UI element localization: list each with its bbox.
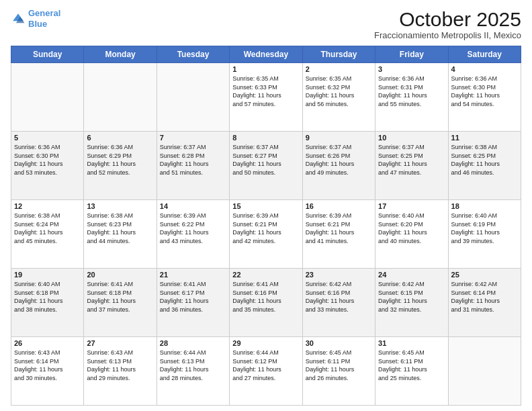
day-number: 24 [378, 271, 445, 279]
calendar-cell: 17Sunrise: 6:40 AM Sunset: 6:20 PM Dayli… [375, 200, 448, 269]
calendar-table: SundayMondayTuesdayWednesdayThursdayFrid… [11, 46, 521, 406]
day-number: 6 [87, 134, 153, 142]
day-info: Sunrise: 6:37 AM Sunset: 6:28 PM Dayligh… [160, 143, 226, 177]
calendar-cell: 28Sunrise: 6:44 AM Sunset: 6:13 PM Dayli… [157, 337, 229, 406]
day-info: Sunrise: 6:44 AM Sunset: 6:12 PM Dayligh… [232, 349, 299, 382]
day-info: Sunrise: 6:40 AM Sunset: 6:20 PM Dayligh… [378, 212, 445, 245]
calendar-cell: 24Sunrise: 6:42 AM Sunset: 6:15 PM Dayli… [375, 269, 448, 337]
calendar-cell: 1Sunrise: 6:35 AM Sunset: 6:33 PM Daylig… [230, 63, 302, 132]
calendar-cell: 9Sunrise: 6:37 AM Sunset: 6:26 PM Daylig… [302, 132, 375, 200]
calendar-cell: 6Sunrise: 6:36 AM Sunset: 6:29 PM Daylig… [84, 132, 157, 200]
calendar-cell: 31Sunrise: 6:45 AM Sunset: 6:11 PM Dayli… [375, 337, 448, 406]
logo-line1: General [28, 8, 60, 18]
day-info: Sunrise: 6:45 AM Sunset: 6:11 PM Dayligh… [378, 349, 445, 382]
day-info: Sunrise: 6:44 AM Sunset: 6:13 PM Dayligh… [160, 349, 226, 382]
day-info: Sunrise: 6:38 AM Sunset: 6:25 PM Dayligh… [451, 143, 518, 177]
calendar-cell [84, 63, 157, 132]
calendar-cell: 4Sunrise: 6:36 AM Sunset: 6:30 PM Daylig… [448, 63, 521, 132]
day-number: 18 [451, 202, 518, 210]
calendar-cell: 27Sunrise: 6:43 AM Sunset: 6:13 PM Dayli… [84, 337, 157, 406]
day-number: 31 [378, 339, 445, 347]
day-number: 3 [378, 65, 445, 73]
day-info: Sunrise: 6:37 AM Sunset: 6:25 PM Dayligh… [378, 143, 445, 177]
day-info: Sunrise: 6:39 AM Sunset: 6:21 PM Dayligh… [306, 212, 372, 245]
calendar-cell [11, 63, 84, 132]
day-info: Sunrise: 6:36 AM Sunset: 6:31 PM Dayligh… [378, 75, 445, 108]
day-info: Sunrise: 6:42 AM Sunset: 6:16 PM Dayligh… [306, 280, 372, 314]
calendar-cell: 13Sunrise: 6:38 AM Sunset: 6:23 PM Dayli… [84, 200, 157, 269]
day-header-thursday: Thursday [302, 46, 375, 63]
day-info: Sunrise: 6:37 AM Sunset: 6:26 PM Dayligh… [306, 143, 372, 177]
calendar-week-5: 26Sunrise: 6:43 AM Sunset: 6:14 PM Dayli… [11, 337, 521, 406]
day-info: Sunrise: 6:43 AM Sunset: 6:14 PM Dayligh… [14, 349, 81, 382]
day-info: Sunrise: 6:41 AM Sunset: 6:16 PM Dayligh… [232, 280, 299, 314]
calendar-cell: 19Sunrise: 6:40 AM Sunset: 6:18 PM Dayli… [11, 269, 84, 337]
logo-line2: Blue [28, 19, 47, 29]
calendar-cell: 2Sunrise: 6:35 AM Sunset: 6:32 PM Daylig… [302, 63, 375, 132]
day-number: 16 [306, 202, 372, 210]
day-number: 26 [14, 339, 81, 347]
logo-icon [11, 11, 26, 26]
day-number: 15 [232, 202, 299, 210]
calendar-cell [448, 337, 521, 406]
title-block: October 2025 Fraccionamiento Metropolis … [374, 8, 521, 40]
calendar-cell: 25Sunrise: 6:42 AM Sunset: 6:14 PM Dayli… [448, 269, 521, 337]
day-info: Sunrise: 6:43 AM Sunset: 6:13 PM Dayligh… [87, 349, 153, 382]
day-info: Sunrise: 6:42 AM Sunset: 6:15 PM Dayligh… [378, 280, 445, 314]
calendar-header-row: SundayMondayTuesdayWednesdayThursdayFrid… [11, 46, 521, 63]
calendar-cell: 8Sunrise: 6:37 AM Sunset: 6:27 PM Daylig… [230, 132, 302, 200]
day-number: 29 [232, 339, 299, 347]
day-number: 27 [87, 339, 153, 347]
day-info: Sunrise: 6:42 AM Sunset: 6:14 PM Dayligh… [451, 280, 518, 314]
calendar-cell: 3Sunrise: 6:36 AM Sunset: 6:31 PM Daylig… [375, 63, 448, 132]
calendar-cell: 29Sunrise: 6:44 AM Sunset: 6:12 PM Dayli… [230, 337, 302, 406]
day-info: Sunrise: 6:40 AM Sunset: 6:18 PM Dayligh… [14, 280, 81, 314]
day-number: 13 [87, 202, 153, 210]
day-number: 14 [160, 202, 226, 210]
day-number: 25 [451, 271, 518, 279]
calendar-week-4: 19Sunrise: 6:40 AM Sunset: 6:18 PM Dayli… [11, 269, 521, 337]
day-number: 30 [306, 339, 372, 347]
day-number: 20 [87, 271, 153, 279]
calendar-week-3: 12Sunrise: 6:38 AM Sunset: 6:24 PM Dayli… [11, 200, 521, 269]
calendar-cell: 30Sunrise: 6:45 AM Sunset: 6:11 PM Dayli… [302, 337, 375, 406]
day-number: 23 [306, 271, 372, 279]
day-info: Sunrise: 6:35 AM Sunset: 6:33 PM Dayligh… [232, 75, 299, 108]
day-info: Sunrise: 6:36 AM Sunset: 6:30 PM Dayligh… [451, 75, 518, 108]
calendar-cell: 14Sunrise: 6:39 AM Sunset: 6:22 PM Dayli… [157, 200, 229, 269]
calendar-cell: 10Sunrise: 6:37 AM Sunset: 6:25 PM Dayli… [375, 132, 448, 200]
sub-title: Fraccionamiento Metropolis II, Mexico [374, 30, 521, 40]
day-info: Sunrise: 6:36 AM Sunset: 6:29 PM Dayligh… [87, 143, 153, 177]
day-number: 1 [232, 65, 299, 73]
day-number: 28 [160, 339, 226, 347]
calendar-cell: 21Sunrise: 6:41 AM Sunset: 6:17 PM Dayli… [157, 269, 229, 337]
day-number: 17 [378, 202, 445, 210]
calendar-cell: 23Sunrise: 6:42 AM Sunset: 6:16 PM Dayli… [302, 269, 375, 337]
calendar-cell: 5Sunrise: 6:36 AM Sunset: 6:30 PM Daylig… [11, 132, 84, 200]
day-number: 2 [306, 65, 372, 73]
calendar-cell: 15Sunrise: 6:39 AM Sunset: 6:21 PM Dayli… [230, 200, 302, 269]
day-info: Sunrise: 6:41 AM Sunset: 6:18 PM Dayligh… [87, 280, 153, 314]
calendar-week-1: 1Sunrise: 6:35 AM Sunset: 6:33 PM Daylig… [11, 63, 521, 132]
day-number: 11 [451, 134, 518, 142]
day-info: Sunrise: 6:35 AM Sunset: 6:32 PM Dayligh… [306, 75, 372, 108]
day-info: Sunrise: 6:41 AM Sunset: 6:17 PM Dayligh… [160, 280, 226, 314]
day-number: 12 [14, 202, 81, 210]
logo: General Blue [11, 8, 60, 29]
header: General Blue October 2025 Fraccionamient… [11, 8, 521, 40]
logo-text: General Blue [28, 8, 60, 29]
day-number: 10 [378, 134, 445, 142]
day-info: Sunrise: 6:45 AM Sunset: 6:11 PM Dayligh… [306, 349, 372, 382]
day-info: Sunrise: 6:36 AM Sunset: 6:30 PM Dayligh… [14, 143, 81, 177]
day-info: Sunrise: 6:39 AM Sunset: 6:21 PM Dayligh… [232, 212, 299, 245]
day-number: 9 [306, 134, 372, 142]
calendar-cell: 11Sunrise: 6:38 AM Sunset: 6:25 PM Dayli… [448, 132, 521, 200]
day-header-tuesday: Tuesday [157, 46, 229, 63]
calendar-cell: 16Sunrise: 6:39 AM Sunset: 6:21 PM Dayli… [302, 200, 375, 269]
page: General Blue October 2025 Fraccionamient… [0, 0, 532, 411]
calendar-cell: 12Sunrise: 6:38 AM Sunset: 6:24 PM Dayli… [11, 200, 84, 269]
calendar-cell: 26Sunrise: 6:43 AM Sunset: 6:14 PM Dayli… [11, 337, 84, 406]
day-number: 4 [451, 65, 518, 73]
calendar-cell [157, 63, 229, 132]
day-number: 7 [160, 134, 226, 142]
